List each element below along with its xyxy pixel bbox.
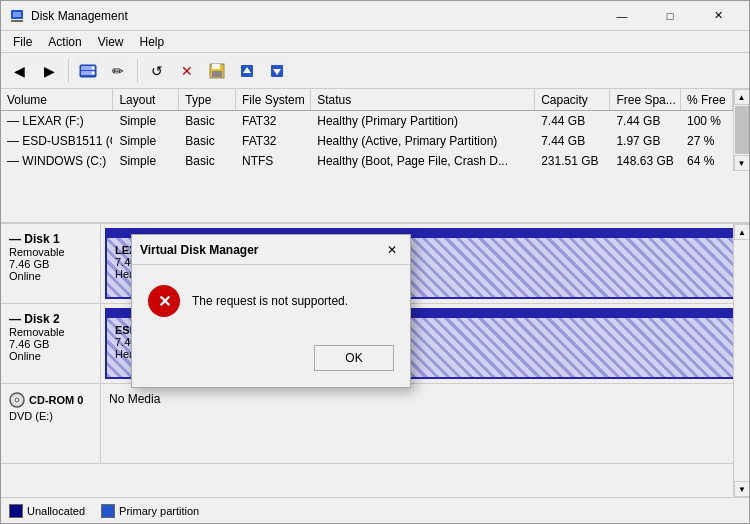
legend-item-unallocated: Unallocated (9, 504, 85, 518)
disk-label-2: — Disk 2 Removable 7.46 GB Online (1, 304, 101, 383)
cell-capacity-0: 7.44 GB (535, 114, 610, 128)
cell-fs-1: FAT32 (236, 134, 311, 148)
scroll-down-arrow[interactable]: ▼ (734, 155, 750, 171)
col-header-volume[interactable]: Volume (1, 89, 113, 110)
table-body: — LEXAR (F:) Simple Basic FAT32 Healthy … (1, 111, 733, 171)
cell-volume-2: — WINDOWS (C:) (1, 154, 113, 168)
empty-space (1, 464, 749, 497)
legend-box-primary (101, 504, 115, 518)
disk-scroll-track (734, 240, 749, 481)
disk-label-1: — Disk 1 Removable 7.46 GB Online (1, 224, 101, 303)
table-row[interactable]: — ESD-USB1511 (G:) Simple Basic FAT32 He… (1, 131, 733, 151)
cell-fs-0: FAT32 (236, 114, 311, 128)
cdrom-name: CD-ROM 0 (29, 394, 83, 406)
error-icon (148, 285, 180, 317)
maximize-button[interactable]: □ (647, 2, 693, 30)
toolbar-import[interactable] (233, 57, 261, 85)
disk-scroll-down[interactable]: ▼ (734, 481, 749, 497)
toolbar-sep-1 (68, 59, 69, 83)
cell-freespace-2: 148.63 GB (610, 154, 681, 168)
menu-file[interactable]: File (5, 33, 40, 51)
disk-size-1: 7.46 GB (9, 258, 92, 270)
col-header-capacity[interactable]: Capacity (535, 89, 610, 110)
virtual-disk-manager-dialog: Virtual Disk Manager ✕ The request is no… (131, 234, 411, 388)
disk-name-2: — Disk 2 (9, 312, 92, 326)
cell-capacity-1: 7.44 GB (535, 134, 610, 148)
legend-label-primary: Primary partition (119, 505, 199, 517)
disk-size-2: 7.46 GB (9, 338, 92, 350)
disk-status-2: Online (9, 350, 92, 362)
cell-pctfree-0: 100 % (681, 114, 733, 128)
main-area: Volume Layout Type File System Status Ca… (1, 89, 749, 523)
cdrom-label: CD-ROM 0 DVD (E:) (1, 384, 101, 463)
cell-pctfree-2: 64 % (681, 154, 733, 168)
col-header-status[interactable]: Status (311, 89, 535, 110)
cdrom-icon (9, 392, 25, 408)
titlebar: Disk Management — □ ✕ (1, 1, 749, 31)
dialog-close-button[interactable]: ✕ (382, 240, 402, 260)
svg-rect-2 (11, 20, 23, 22)
dialog-ok-button[interactable]: OK (314, 345, 394, 371)
cell-freespace-0: 7.44 GB (610, 114, 681, 128)
svg-point-16 (15, 398, 19, 402)
disk-status-1: Online (9, 270, 92, 282)
toolbar-cancel[interactable]: ✕ (173, 57, 201, 85)
table-row[interactable]: — LEXAR (F:) Simple Basic FAT32 Healthy … (1, 111, 733, 131)
toolbar-disk-mgmt[interactable] (74, 57, 102, 85)
cell-fs-2: NTFS (236, 154, 311, 168)
cell-layout-0: Simple (113, 114, 179, 128)
cell-type-2: Basic (179, 154, 236, 168)
scroll-up-arrow[interactable]: ▲ (734, 89, 750, 105)
app-icon (9, 8, 25, 24)
toolbar-edit[interactable]: ✏ (104, 57, 132, 85)
toolbar-export[interactable] (263, 57, 291, 85)
svg-point-7 (92, 71, 95, 74)
table-wrapper: Volume Layout Type File System Status Ca… (1, 89, 749, 171)
toolbar-back[interactable]: ◀ (5, 57, 33, 85)
table-row[interactable]: — WINDOWS (C:) Simple Basic NTFS Healthy… (1, 151, 733, 171)
menu-help[interactable]: Help (132, 33, 173, 51)
menubar: File Action View Help (1, 31, 749, 53)
col-header-type[interactable]: Type (179, 89, 236, 110)
main-window: Disk Management — □ ✕ File Action View H… (0, 0, 750, 524)
disk-scroll-up[interactable]: ▲ (734, 224, 749, 240)
col-header-layout[interactable]: Layout (113, 89, 179, 110)
cell-freespace-1: 1.97 GB (610, 134, 681, 148)
cell-volume-0: — LEXAR (F:) (1, 114, 113, 128)
table-scrollbar[interactable]: ▲ ▼ (733, 89, 749, 171)
menu-action[interactable]: Action (40, 33, 89, 51)
toolbar-forward[interactable]: ▶ (35, 57, 63, 85)
window-title: Disk Management (31, 9, 599, 23)
legend: Unallocated Primary partition (1, 497, 749, 523)
legend-item-primary: Primary partition (101, 504, 199, 518)
dialog-titlebar: Virtual Disk Manager ✕ (132, 235, 410, 265)
cdrom-row: CD-ROM 0 DVD (E:) No Media (1, 384, 749, 464)
cell-type-1: Basic (179, 134, 236, 148)
col-header-pctfree[interactable]: % Free (681, 89, 733, 110)
cell-status-2: Healthy (Boot, Page File, Crash D... (311, 154, 535, 168)
cell-layout-1: Simple (113, 134, 179, 148)
scroll-thumb[interactable] (735, 106, 749, 154)
dialog-footer: OK (132, 337, 410, 387)
legend-label-unallocated: Unallocated (27, 505, 85, 517)
dialog-title: Virtual Disk Manager (140, 243, 382, 257)
cell-status-1: Healthy (Active, Primary Partition) (311, 134, 535, 148)
cell-volume-1: — ESD-USB1511 (G:) (1, 134, 113, 148)
cdrom-content: No Media (101, 384, 749, 463)
cdrom-type: DVD (E:) (9, 410, 92, 422)
disk-type-2: Removable (9, 326, 92, 338)
toolbar-refresh[interactable]: ↺ (143, 57, 171, 85)
close-button[interactable]: ✕ (695, 2, 741, 30)
disk-scrollbar[interactable]: ▲ ▼ (733, 224, 749, 497)
svg-rect-9 (212, 64, 220, 69)
minimize-button[interactable]: — (599, 2, 645, 30)
svg-rect-1 (13, 12, 21, 17)
menu-view[interactable]: View (90, 33, 132, 51)
legend-box-unallocated (9, 504, 23, 518)
toolbar-save[interactable] (203, 57, 231, 85)
toolbar: ◀ ▶ ✏ ↺ ✕ (1, 53, 749, 89)
table-area: Volume Layout Type File System Status Ca… (1, 89, 749, 224)
svg-rect-10 (212, 71, 222, 77)
col-header-filesystem[interactable]: File System (236, 89, 311, 110)
col-header-freespace[interactable]: Free Spa... (610, 89, 681, 110)
